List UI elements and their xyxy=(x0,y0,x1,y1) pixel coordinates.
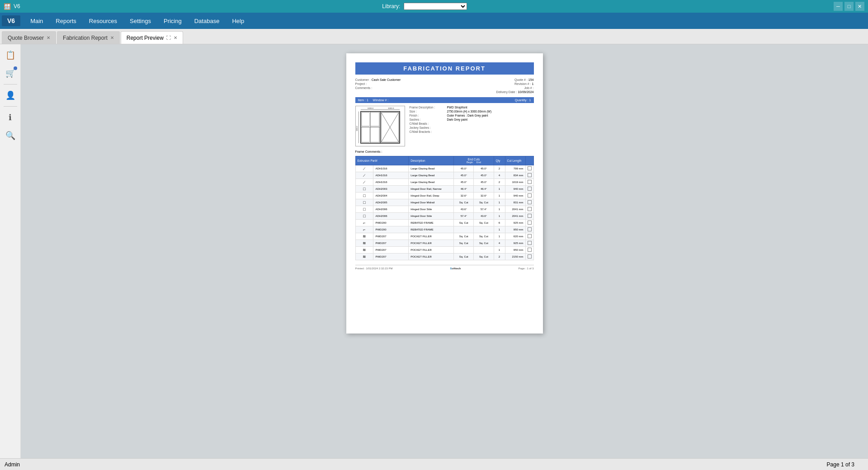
row-check xyxy=(525,254,533,260)
menu-settings[interactable]: Settings xyxy=(123,15,157,27)
svg-text:1000.0: 1000.0 xyxy=(367,107,373,109)
row-desc: Hinged Door Stile xyxy=(409,213,454,220)
row-begin: Sq. Cut xyxy=(454,240,474,247)
row-part: ADH2005 xyxy=(373,199,409,206)
window-diagram: 1000.0 1000.0 xyxy=(355,106,405,146)
row-check xyxy=(525,193,533,199)
table-row: ≋ PWD207 POCKET FILLER 1 950 mm xyxy=(355,247,533,254)
row-cut: 799 mm xyxy=(505,165,525,172)
tab-report-preview-close[interactable]: ✕ xyxy=(174,35,177,40)
sidebar-icon-user[interactable]: 👤 xyxy=(2,87,19,103)
sidebar-sep-2 xyxy=(4,106,17,107)
row-icon: ≋ xyxy=(355,247,373,254)
item-label: Item : 1 Window # : xyxy=(358,99,445,102)
row-end: 45.0° xyxy=(474,179,494,186)
row-desc: POCKET FILLER xyxy=(409,233,454,240)
row-end: 57.4° xyxy=(474,206,494,213)
row-cut: 834 mm xyxy=(505,172,525,179)
fd-sashes: Sashes : Dark Grey paint xyxy=(410,118,534,121)
diagram-inner: 1000.0 1000.0 xyxy=(356,106,405,146)
menu-main[interactable]: Main xyxy=(24,15,49,27)
menu-help[interactable]: Help xyxy=(226,15,250,27)
report-title: FABRICATION REPORT xyxy=(355,62,534,75)
th-end-cuts: End Cuts Begin End xyxy=(454,156,494,165)
title-bar-controls: ─ □ ✕ xyxy=(834,2,864,11)
end-cuts-label: End Cuts xyxy=(456,158,491,161)
expand-icon[interactable]: ⛶ xyxy=(166,35,171,40)
row-check xyxy=(525,199,533,206)
row-qty: 1 xyxy=(494,226,505,233)
row-desc: Large Glazing Bead xyxy=(409,172,454,179)
title-bar-left: 🪟 V6 xyxy=(4,3,20,10)
menu-database[interactable]: Database xyxy=(188,15,226,27)
item-header: Item : 1 Window # : Quantity : 1 xyxy=(355,97,534,103)
th-check xyxy=(525,156,533,165)
svg-rect-13 xyxy=(370,113,379,126)
row-part: PWD200 xyxy=(373,220,409,226)
minimize-button[interactable]: ─ xyxy=(834,2,843,11)
row-icon: □ xyxy=(355,213,373,220)
row-qty: 4 xyxy=(494,240,505,247)
fd-finish: Finish : Outer Frames : Dark Grey paint xyxy=(410,114,534,117)
row-part: ADH1016 xyxy=(373,172,409,179)
th-description: Description xyxy=(409,156,454,165)
menu-pricing[interactable]: Pricing xyxy=(157,15,188,27)
menu-reports[interactable]: Reports xyxy=(49,15,83,27)
sidebar-icon-cart[interactable]: 🛒 xyxy=(2,65,19,81)
row-end xyxy=(474,226,494,233)
row-end: Sq. Cut xyxy=(474,240,494,247)
customer-field: Customer : Cash Sale Customer xyxy=(355,78,444,81)
row-check xyxy=(525,179,533,186)
row-qty: 1 xyxy=(494,199,505,206)
th-extrusion: Extrusion Part# xyxy=(355,156,409,165)
row-part: ADH2003 xyxy=(373,186,409,193)
row-icon: □ xyxy=(355,199,373,206)
tab-fabrication-report[interactable]: Fabrication Report ✕ xyxy=(57,31,120,44)
row-end: Sq. Cut xyxy=(474,254,494,260)
row-cut: 2041 mm xyxy=(505,206,525,213)
library-select[interactable] xyxy=(404,3,467,10)
row-check xyxy=(525,206,533,213)
row-icon: ⌐ xyxy=(355,226,373,233)
table-row: ⟋ ADH1016 Large Glazing Bead 45.0° 45.0°… xyxy=(355,165,533,172)
row-end: 32.6° xyxy=(474,193,494,199)
maximize-button[interactable]: □ xyxy=(844,2,854,11)
svg-text:1000.0: 1000.0 xyxy=(388,107,394,109)
tab-report-preview-label: Report Preview xyxy=(127,35,164,41)
row-icon: ⟋ xyxy=(355,179,373,186)
sidebar-icon-info[interactable]: ℹ xyxy=(2,109,19,126)
row-check xyxy=(525,226,533,233)
sidebar-icon-documents[interactable]: 📋 xyxy=(2,47,19,63)
row-qty: 6 xyxy=(494,220,505,226)
row-cut: 950 mm xyxy=(505,226,525,233)
row-end: Sq. Cut xyxy=(474,199,494,206)
status-user: Admin xyxy=(5,461,20,468)
tab-quote-browser[interactable]: Quote Browser ✕ xyxy=(2,31,56,44)
row-begin: Sq. Cut xyxy=(454,220,474,226)
menu-resources[interactable]: Resources xyxy=(83,15,123,27)
row-desc: Hinged Door Stile xyxy=(409,206,454,213)
table-row: ≋ PWD207 POCKET FILLER Sq. Cut Sq. Cut 2… xyxy=(355,254,533,260)
row-qty: 1 xyxy=(494,206,505,213)
row-qty: 2 xyxy=(494,179,505,186)
row-begin: 45.0° xyxy=(454,179,474,186)
svg-rect-12 xyxy=(361,113,369,126)
tab-quote-browser-close[interactable]: ✕ xyxy=(47,35,50,40)
fd-size: Size : 2750.00mm (H) x 3000.00mm (W) xyxy=(410,110,534,113)
table-row: ≋ PWD207 POCKET FILLER Sq. Cut Sq. Cut 1… xyxy=(355,233,533,240)
row-end xyxy=(474,247,494,254)
footer-brand: Softtech xyxy=(450,267,461,270)
row-check xyxy=(525,240,533,247)
row-part: PWD200 xyxy=(373,226,409,233)
tab-fabrication-report-close[interactable]: ✕ xyxy=(110,35,114,40)
row-desc: POCKET FILLER xyxy=(409,240,454,247)
comments-field: Comments : xyxy=(355,86,444,89)
status-bar: Admin Page 1 of 3 xyxy=(0,458,868,470)
close-button[interactable]: ✕ xyxy=(855,2,864,11)
row-part: PWD207 xyxy=(373,247,409,254)
tab-report-preview[interactable]: Report Preview ⛶ ✕ xyxy=(121,31,183,44)
sidebar-icon-search[interactable]: 🔍 xyxy=(2,127,19,144)
row-part: PWD207 xyxy=(373,254,409,260)
app-logo: 🪟 xyxy=(4,3,11,10)
row-qty: 1 xyxy=(494,186,505,193)
